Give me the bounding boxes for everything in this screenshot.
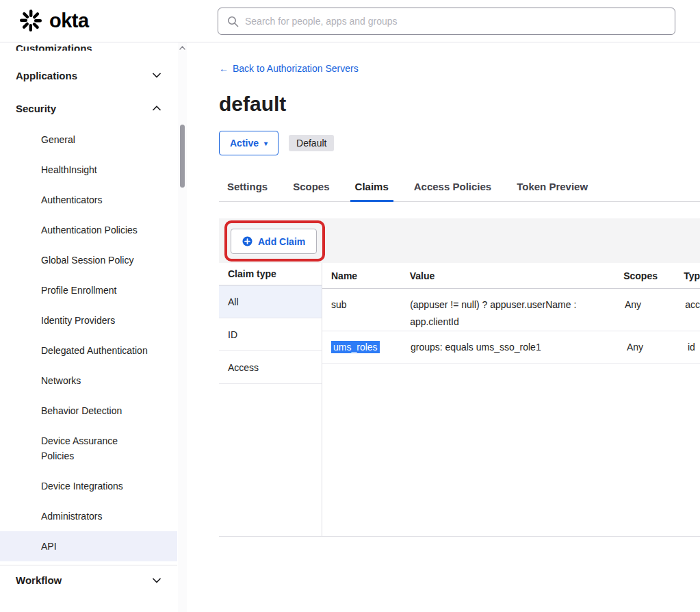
table-row: ums_roles groups: equals ums_sso_role1 A…	[322, 331, 700, 364]
tab-access-policies[interactable]: Access Policies	[414, 175, 491, 201]
claims-table: Name Value Scopes Typ sub (appuser != nu…	[322, 263, 700, 536]
tab-scopes[interactable]: Scopes	[293, 175, 329, 201]
column-header-name: Name	[322, 270, 410, 281]
sidebar-item-delegated-authentication[interactable]: Delegated Authentication	[0, 335, 177, 366]
sidebar-item-device-assurance-policies[interactable]: Device Assurance Policies	[0, 426, 177, 471]
claims-widget: Claim type All ID Access Name Value Scop…	[219, 263, 700, 537]
sidebar-item-identity-providers[interactable]: Identity Providers	[0, 305, 177, 335]
column-header-value: Value	[410, 270, 624, 281]
sidebar-item-customizations[interactable]: Customizations	[0, 42, 177, 51]
sidebar: Customizations Applications Security Gen…	[0, 42, 177, 612]
table-header-row: Name Value Scopes Typ	[322, 263, 700, 289]
okta-logo-icon	[18, 8, 43, 33]
claim-type-all[interactable]: All	[219, 285, 322, 318]
sidebar-item-general[interactable]: General	[0, 125, 177, 155]
active-status-dropdown[interactable]: Active ▾	[219, 131, 278, 155]
page-title: default	[219, 92, 700, 116]
chevron-up-icon	[153, 105, 161, 111]
tab-bar: Settings Scopes Claims Access Policies T…	[219, 175, 700, 202]
sidebar-item-global-session-policy[interactable]: Global Session Policy	[0, 245, 177, 275]
claim-scopes: Any	[627, 331, 688, 356]
column-header-type: Typ	[684, 270, 700, 281]
main-content: ← Back to Authorization Servers default …	[219, 42, 700, 612]
chevron-down-icon	[153, 578, 161, 583]
top-bar: okta	[0, 0, 700, 42]
sidebar-item-authentication-policies[interactable]: Authentication Policies	[0, 215, 177, 245]
sidebar-item-administrators[interactable]: Administrators	[0, 501, 177, 531]
tab-claims[interactable]: Claims	[355, 175, 389, 201]
global-search	[218, 8, 675, 35]
claim-type-filter: Claim type All ID Access	[219, 263, 322, 536]
scrollbar-up-icon[interactable]	[179, 46, 185, 50]
caret-down-icon: ▾	[264, 140, 268, 147]
sidebar-item-device-integrations[interactable]: Device Integrations	[0, 471, 177, 501]
claim-value: groups: equals ums_sso_role1	[411, 331, 627, 356]
okta-logo: okta	[18, 8, 89, 33]
status-row: Active ▾ Default	[219, 131, 700, 155]
sidebar-item-networks[interactable]: Networks	[0, 366, 177, 396]
claim-name: sub	[322, 289, 410, 314]
scrollbar-thumb[interactable]	[180, 125, 185, 188]
sidebar-item-workflow[interactable]: Workflow	[0, 565, 177, 595]
claim-name: ums_roles	[322, 331, 411, 356]
sidebar-item-api[interactable]: API	[0, 531, 177, 561]
selected-text-highlight: ums_roles	[331, 341, 380, 353]
claim-value: (appuser != null) ? appuser.userName : a…	[410, 289, 625, 331]
claim-type-access[interactable]: Access	[219, 351, 322, 384]
claim-type: acc	[685, 289, 700, 314]
search-icon	[227, 16, 239, 27]
sidebar-item-applications[interactable]: Applications	[0, 59, 177, 92]
sidebar-item-behavior-detection[interactable]: Behavior Detection	[0, 396, 177, 426]
sidebar-scrollbar[interactable]	[178, 42, 187, 612]
claim-type-id[interactable]: ID	[219, 318, 322, 351]
tab-settings[interactable]: Settings	[227, 175, 268, 201]
table-row: sub (appuser != null) ? appuser.userName…	[322, 289, 700, 331]
sidebar-item-authenticators[interactable]: Authenticators	[0, 185, 177, 215]
claims-toolbar: Add Claim	[219, 218, 700, 263]
claim-type: id	[688, 331, 700, 356]
claim-scopes: Any	[625, 289, 685, 314]
tab-token-preview[interactable]: Token Preview	[517, 175, 588, 201]
column-header-scopes: Scopes	[623, 270, 684, 281]
plus-circle-icon	[242, 236, 252, 246]
claim-type-header: Claim type	[219, 263, 322, 285]
back-to-authorization-servers-link[interactable]: ← Back to Authorization Servers	[219, 63, 359, 74]
default-badge: Default	[289, 135, 334, 151]
search-input[interactable]	[245, 16, 666, 27]
chevron-down-icon	[153, 73, 161, 78]
sidebar-item-profile-enrollment[interactable]: Profile Enrollment	[0, 275, 177, 305]
back-arrow-icon: ←	[219, 63, 229, 74]
add-claim-button[interactable]: Add Claim	[231, 229, 317, 254]
okta-wordmark: okta	[49, 10, 89, 32]
sidebar-item-healthinsight[interactable]: HealthInsight	[0, 155, 177, 185]
sidebar-item-security[interactable]: Security	[0, 92, 177, 125]
